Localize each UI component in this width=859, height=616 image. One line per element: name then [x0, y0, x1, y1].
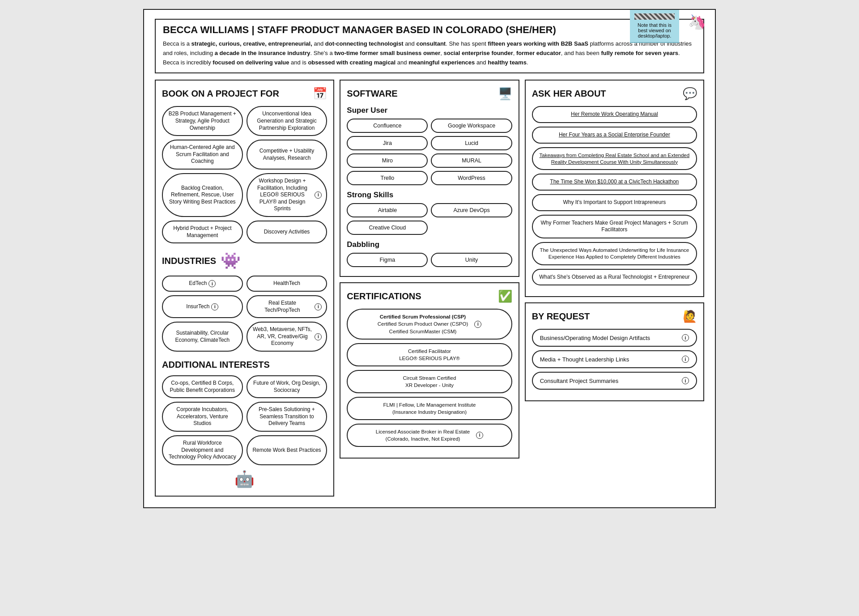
sticky-stripe — [634, 13, 675, 20]
cert-scrum-text: Certified Scrum Professional (CSP) Certi… — [378, 313, 468, 335]
certifications-section: CERTIFICATIONS ✅ Certified Scrum Profess… — [340, 282, 519, 459]
sw-mural[interactable]: MURAL — [431, 153, 512, 168]
interest-remote[interactable]: Remote Work Best Practices — [247, 435, 327, 465]
cert-broker[interactable]: Licensed Associate Broker in Real Estate… — [347, 424, 512, 447]
monster-icon: 👾 — [221, 251, 241, 270]
interest-presales[interactable]: Pre-Sales Solutioning + Seamless Transit… — [247, 402, 327, 432]
ask-underwriting[interactable]: The Unexpected Ways Automated Underwriti… — [532, 242, 697, 265]
cert-facilitator[interactable]: Certified FacilitatorLEGO® SERIOUS PLAY® — [347, 343, 512, 366]
web3-info-icon[interactable]: i — [315, 333, 322, 340]
interest-rural[interactable]: Rural Workforce Development and Technolo… — [162, 435, 243, 465]
book-item-unconventional[interactable]: Unconventional Idea Generation and Strat… — [247, 106, 327, 136]
req-media-info-icon[interactable]: i — [682, 356, 689, 363]
book-item-b2b[interactable]: B2B Product Management + Strategy, Agile… — [162, 106, 243, 136]
unicorn-icon: 🦄 — [688, 13, 706, 30]
book-item-discovery[interactable]: Discovery Activities — [247, 221, 327, 243]
sw-creative-cloud[interactable]: Creative Cloud — [347, 221, 428, 235]
interest-incubators[interactable]: Corporate Incubators, Accelerators, Vent… — [162, 402, 243, 432]
book-title: BOOK ON A PROJECT FOR 📅 — [162, 87, 327, 101]
sw-figma[interactable]: Figma — [347, 253, 428, 267]
book-item-backlog[interactable]: Backlog Creation, Refinement, Rescue, Us… — [162, 173, 243, 217]
sw-lucid[interactable]: Lucid — [431, 136, 512, 150]
book-items-grid: B2B Product Management + Strategy, Agile… — [162, 106, 327, 243]
monitor-icon: 🖥️ — [498, 87, 512, 101]
sw-airtable[interactable]: Airtable — [347, 203, 428, 217]
dabbling-grid: Figma Unity — [347, 253, 512, 267]
sticky-note-text: Note that this is best viewed on desktop… — [638, 22, 672, 38]
realestate-info-icon[interactable]: i — [315, 303, 322, 310]
robot-icon: 🤖 — [162, 470, 327, 489]
cert-broker-text: Licensed Associate Broker in Real Estate… — [376, 428, 470, 442]
cert-facilitator-text: Certified FacilitatorLEGO® SERIOUS PLAY® — [399, 348, 460, 362]
by-request-section: BY REQUEST 🙋 Business/Operating Model De… — [525, 302, 704, 401]
dabbling-title: Dabbling — [347, 240, 512, 249]
checkmark-icon: ✅ — [498, 289, 512, 303]
sw-trello[interactable]: Trello — [347, 171, 428, 185]
req-summaries-info-icon[interactable]: i — [682, 377, 689, 384]
industries-title: INDUSTRIES — [162, 256, 216, 266]
sw-wordpress[interactable]: WordPress — [431, 171, 512, 185]
industry-realestatetech[interactable]: Real Estate Tech/PropTech i — [247, 295, 327, 318]
req-media-links-text: Media + Thought Leadership Links — [540, 356, 629, 363]
industry-edtech[interactable]: EdTech i — [162, 276, 243, 292]
sw-miro[interactable]: Miro — [347, 153, 428, 168]
super-user-grid: Confluence Google Workspace Jira Lucid M… — [347, 119, 512, 185]
cert-broker-info-icon[interactable]: i — [476, 432, 483, 439]
ask-real-estate[interactable]: Takeaways from Completing Real Estate Sc… — [532, 147, 697, 170]
chat-icon: 💬 — [683, 87, 697, 101]
ask-rural[interactable]: What's She's Observed as a Rural Technol… — [532, 269, 697, 286]
ask-remote-work[interactable]: Her Remote Work Operating Manual — [532, 106, 697, 123]
sw-jira[interactable]: Jira — [347, 136, 428, 150]
strong-skills-title: Strong Skills — [347, 191, 512, 200]
industries-grid: EdTech i HealthTech InsurTech i Real Est… — [162, 276, 327, 352]
ask-intrapreneurs[interactable]: Why It's Important to Support Intraprene… — [532, 194, 697, 211]
page-wrapper: Note that this is best viewed on desktop… — [143, 9, 716, 508]
by-request-title: BY REQUEST 🙋 — [532, 310, 697, 323]
industry-web3[interactable]: Web3, Metaverse, NFTs, AR, VR, Creative/… — [247, 322, 327, 352]
sticky-note: Note that this is best viewed on desktop… — [630, 10, 679, 43]
book-item-hybrid[interactable]: Hybrid Product + Project Management — [162, 221, 243, 243]
middle-column: SOFTWARE 🖥️ Super User Confluence Google… — [340, 80, 519, 459]
sw-unity[interactable]: Unity — [431, 253, 512, 267]
industry-sustainability[interactable]: Sustainability, Circular Economy, Climat… — [162, 322, 243, 352]
certifications-title: CERTIFICATIONS ✅ — [347, 289, 512, 303]
ask-title: ASK HER ABOUT 💬 — [532, 87, 697, 101]
sw-google-workspace[interactable]: Google Workspace — [431, 119, 512, 133]
req-business-info-icon[interactable]: i — [682, 334, 689, 341]
software-title: SOFTWARE 🖥️ — [347, 87, 512, 101]
book-item-agile[interactable]: Human-Centered Agile and Scrum Facilitat… — [162, 140, 243, 170]
req-project-summaries-text: Consultant Project Summaries — [540, 378, 619, 384]
edtech-info-icon[interactable]: i — [208, 280, 216, 287]
page-title: BECCA WILLIAMS | STAFF PRODUCT MANAGER B… — [163, 24, 696, 36]
interest-future-work[interactable]: Future of Work, Org Design, Sociocracy — [247, 375, 327, 398]
book-item-workshop[interactable]: Workshop Design + Facilitation, Includin… — [247, 173, 327, 217]
sw-confluence[interactable]: Confluence — [347, 119, 428, 133]
cert-flmi[interactable]: FLMI | Fellow, Life Management Institute… — [347, 397, 512, 420]
industry-healthtech[interactable]: HealthTech — [247, 276, 327, 292]
req-project-summaries[interactable]: Consultant Project Summaries i — [532, 372, 697, 390]
book-section: BOOK ON A PROJECT FOR 📅 B2B Product Mana… — [155, 80, 334, 496]
ask-hackathon[interactable]: The Time She Won $10,000 at a CivicTech … — [532, 174, 697, 191]
super-user-title: Super User — [347, 106, 512, 115]
cert-scrum-info-icon[interactable]: i — [474, 321, 481, 328]
req-media-links[interactable]: Media + Thought Leadership Links i — [532, 350, 697, 368]
cert-scrum[interactable]: Certified Scrum Professional (CSP) Certi… — [347, 309, 512, 339]
req-business-model[interactable]: Business/Operating Model Design Artifact… — [532, 329, 697, 347]
page-bio: Becca is a strategic, curious, creative,… — [163, 39, 696, 67]
insurtech-info-icon[interactable]: i — [211, 303, 218, 310]
ask-teachers[interactable]: Why Former Teachers Make Great Project M… — [532, 215, 697, 238]
interest-coops[interactable]: Co-ops, Certified B Corps, Public Benefi… — [162, 375, 243, 398]
cert-xr[interactable]: Circuit Stream CertifiedXR Developer - U… — [347, 370, 512, 393]
cert-xr-text: Circuit Stream CertifiedXR Developer - U… — [403, 374, 456, 389]
additional-interests-title: ADDITIONAL INTERESTS — [162, 360, 327, 370]
ask-social-enterprise[interactable]: Her Four Years as a Social Enterprise Fo… — [532, 127, 697, 144]
software-section: SOFTWARE 🖥️ Super User Confluence Google… — [340, 80, 519, 277]
req-business-model-text: Business/Operating Model Design Artifact… — [540, 335, 650, 341]
book-item-competitive[interactable]: Competitive + Usability Analyses, Resear… — [247, 140, 327, 170]
left-column: BOOK ON A PROJECT FOR 📅 B2B Product Mana… — [155, 80, 334, 496]
interests-grid: Co-ops, Certified B Corps, Public Benefi… — [162, 375, 327, 465]
person-question-icon: 🙋 — [683, 310, 697, 323]
industry-insurtech[interactable]: InsurTech i — [162, 295, 243, 318]
workshop-info-icon[interactable]: i — [315, 191, 322, 199]
sw-azure-devops[interactable]: Azure DevOps — [431, 203, 512, 217]
